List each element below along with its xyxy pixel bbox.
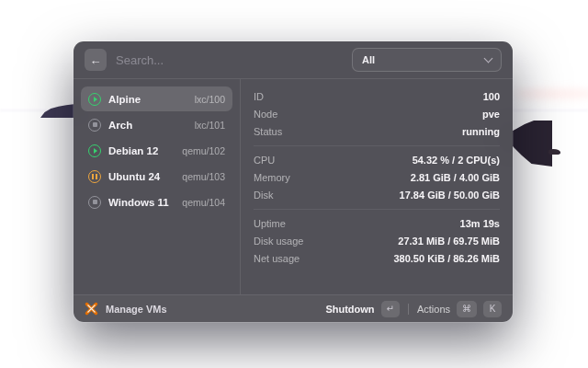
detail-value: running [462, 126, 500, 137]
desktop-wallpaper: ← All Alpine lxc/100 Arch lxc/101 Debian… [0, 0, 588, 368]
vm-id: qemu/104 [182, 197, 225, 208]
vm-list-item[interactable]: Debian 12 qemu/102 [81, 138, 232, 163]
detail-value: 27.31 MiB / 69.75 MiB [398, 236, 500, 247]
detail-row: Disk 17.84 GiB / 50.00 GiB [254, 186, 500, 203]
detail-row: ID 100 [254, 87, 500, 105]
vm-name: Debian 12 [108, 145, 158, 156]
stopped-status-icon [88, 119, 101, 132]
footer-app: Manage VMs [85, 302, 167, 316]
detail-section: ID 100 Node pve Status running [254, 83, 500, 145]
detail-value: 2.81 GiB / 4.00 GiB [411, 172, 500, 183]
detail-section: Uptime 13m 19s Disk usage 27.31 MiB / 69… [254, 210, 500, 272]
back-button[interactable]: ← [85, 49, 107, 71]
detail-section: CPU 54.32 % / 2 CPU(s) Memory 2.81 GiB /… [254, 146, 500, 209]
detail-row: CPU 54.32 % / 2 CPU(s) [254, 151, 500, 168]
filter-dropdown-value: All [362, 54, 375, 65]
running-status-icon [88, 93, 101, 106]
search-header: ← All [74, 41, 513, 78]
search-input[interactable] [116, 53, 343, 67]
command-key-badge: ⌘ [457, 301, 477, 317]
enter-key-badge: ↵ [381, 301, 400, 317]
vm-list: Alpine lxc/100 Arch lxc/101 Debian 12 qe… [74, 79, 240, 294]
vm-list-item[interactable]: Windows 11 qemu/104 [81, 190, 232, 214]
vm-id: qemu/103 [182, 171, 225, 182]
k-key-badge: K [483, 301, 502, 317]
vm-list-item[interactable]: Ubuntu 24 qemu/103 [81, 164, 232, 189]
vm-manager-window: ← All Alpine lxc/100 Arch lxc/101 Debian… [74, 41, 513, 322]
app-label: Manage VMs [106, 304, 167, 315]
vm-id: lxc/101 [195, 120, 225, 131]
detail-row: Net usage 380.50 KiB / 86.26 MiB [254, 249, 500, 267]
search-field-wrap [116, 53, 343, 67]
detail-value: 54.32 % / 2 CPU(s) [413, 155, 500, 166]
detail-label: ID [254, 91, 264, 102]
shutdown-action[interactable]: Shutdown [325, 304, 374, 315]
chevron-down-icon [484, 54, 493, 63]
stopped-status-icon [88, 196, 101, 209]
detail-label: Memory [254, 172, 290, 183]
vm-details: ID 100 Node pve Status running CPU 54.32… [241, 79, 513, 294]
detail-label: Uptime [254, 218, 286, 229]
window-body: Alpine lxc/100 Arch lxc/101 Debian 12 qe… [74, 79, 513, 294]
detail-row: Disk usage 27.31 MiB / 69.75 MiB [254, 232, 500, 249]
footer-bar: Manage VMs Shutdown ↵ Actions ⌘ K [74, 294, 513, 322]
vm-name: Windows 11 [108, 197, 169, 208]
detail-value: 17.84 GiB / 50.00 GiB [400, 190, 500, 201]
detail-row: Uptime 13m 19s [254, 214, 500, 232]
footer-divider [408, 304, 409, 315]
detail-label: Disk [254, 190, 273, 201]
cloud-decoration [514, 88, 588, 99]
vm-id: lxc/100 [195, 94, 225, 105]
vm-name: Arch [108, 120, 132, 131]
detail-row: Node pve [254, 105, 500, 122]
detail-value: 13m 19s [460, 218, 500, 229]
rock-silhouette [548, 149, 560, 155]
footer-actions: Shutdown ↵ Actions ⌘ K [325, 301, 502, 317]
detail-value: 100 [483, 91, 500, 102]
paused-status-icon [88, 170, 101, 183]
detail-label: Disk usage [254, 236, 303, 247]
vm-name: Ubuntu 24 [108, 171, 160, 182]
proxmox-logo-icon [85, 302, 98, 316]
vm-name: Alpine [108, 94, 141, 105]
detail-row: Status running [254, 122, 500, 140]
vm-list-item[interactable]: Alpine lxc/100 [81, 86, 232, 111]
detail-label: CPU [254, 155, 275, 166]
running-status-icon [88, 144, 101, 157]
detail-label: Status [254, 126, 282, 137]
cliff-silhouette [506, 121, 552, 167]
detail-row: Memory 2.81 GiB / 4.00 GiB [254, 168, 500, 186]
filter-dropdown[interactable]: All [352, 48, 502, 72]
detail-value: pve [482, 109, 500, 120]
arrow-left-icon: ← [90, 54, 102, 66]
vm-id: qemu/102 [182, 145, 225, 156]
vm-list-item[interactable]: Arch lxc/101 [81, 112, 232, 137]
detail-label: Node [254, 109, 277, 120]
detail-label: Net usage [254, 253, 300, 264]
detail-value: 380.50 KiB / 86.26 MiB [393, 253, 500, 264]
actions-menu-button[interactable]: Actions [417, 304, 450, 315]
